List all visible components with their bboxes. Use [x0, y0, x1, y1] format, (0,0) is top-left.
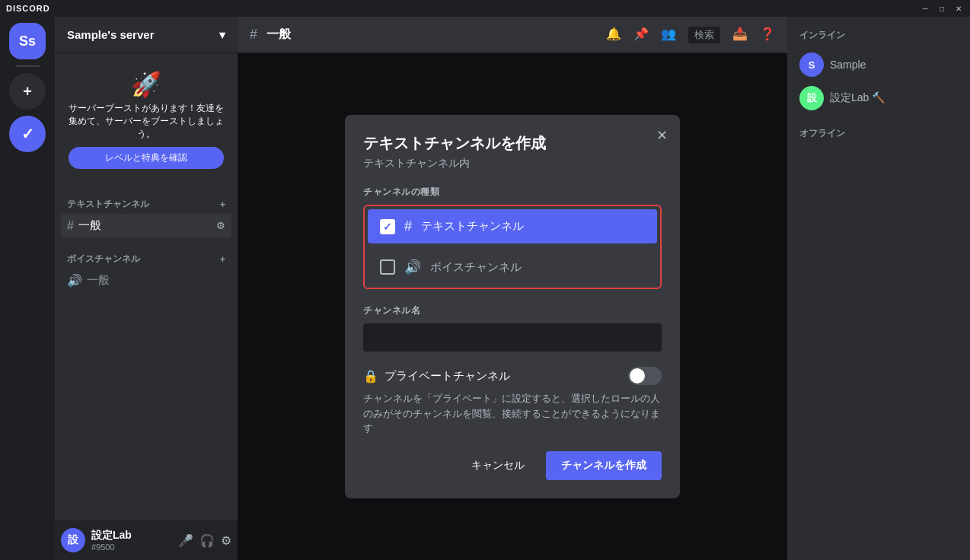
header-icons: 🔔 📌 👥 検索 📥 ❓ [606, 27, 775, 43]
private-toggle[interactable] [628, 367, 662, 385]
notification-icon[interactable]: 🔔 [606, 27, 621, 43]
text-channels-header: テキストチャンネル + [61, 198, 231, 211]
voice-icon: 🔊 [67, 273, 82, 288]
channel-name-ippan: 一般 [78, 218, 101, 233]
lock-icon: 🔒 [363, 369, 378, 383]
channel-hash-icon: # [250, 27, 257, 43]
member-avatar-settings: 設 [799, 86, 824, 110]
add-text-channel-button[interactable]: + [220, 199, 225, 210]
member-item-settings[interactable]: 設 設定Lab 🔨 [793, 81, 964, 115]
channel-item-ippan-text[interactable]: # 一般 ⚙ [61, 214, 231, 237]
channel-sidebar: Sample's server ▾ 🚀 サーバーブーストがあります！友達を集めて… [55, 17, 238, 560]
add-voice-channel-button[interactable]: + [220, 254, 225, 265]
close-button[interactable]: ✕ [953, 3, 964, 14]
settings-icon[interactable]: ⚙ [221, 533, 231, 548]
inbox-icon[interactable]: 📥 [732, 27, 748, 43]
server-sidebar: Ss + ✓ [0, 17, 55, 560]
title-bar: DISCORD ─ □ ✕ [0, 0, 970, 17]
main-body: ✕ テキストチャンネルを作成 テキストチャンネル内 チャンネルの種類 ✓ # [238, 53, 787, 560]
offline-section-title: オフライン [793, 127, 964, 140]
channel-type-options: ✓ # テキストチャンネル 🔊 ボイスチャンネル [363, 205, 662, 289]
headphone-icon[interactable]: 🎧 [199, 533, 215, 548]
app-title: DISCORD [6, 4, 50, 13]
boost-icon: 🚀 [69, 70, 224, 99]
server-dropdown-icon[interactable]: ▾ [219, 28, 225, 42]
voice-channel-option[interactable]: 🔊 ボイスチャンネル [368, 250, 657, 285]
member-name-settings: 設定Lab 🔨 [830, 91, 885, 105]
modal-subtitle: テキストチャンネル内 [363, 157, 662, 170]
channel-type-label: チャンネルの種類 [363, 186, 662, 199]
user-name: 設定Lab [91, 529, 172, 542]
main-header: # 一般 🔔 📌 👥 検索 📥 ❓ [238, 17, 787, 53]
channel-settings-icon[interactable]: ⚙ [216, 220, 225, 231]
member-item-sample[interactable]: S Sample [793, 48, 964, 81]
text-channels-section: テキストチャンネル + # 一般 ⚙ [55, 186, 238, 240]
text-channel-checkbox: ✓ [380, 219, 395, 234]
pin-icon[interactable]: 📌 [633, 27, 649, 43]
members-icon[interactable]: 👥 [661, 27, 676, 43]
user-info: 設定Lab #9500 [91, 529, 172, 552]
text-channel-label: テキストチャンネル [421, 219, 524, 234]
window-controls: ─ □ ✕ [920, 3, 964, 14]
channel-name-input[interactable] [363, 323, 662, 352]
channel-name-voice-ippan: 一般 [87, 273, 110, 288]
right-sidebar: インライン S Sample 設 設定Lab 🔨 オフライン [787, 17, 970, 560]
user-tag: #9500 [91, 542, 172, 552]
create-button[interactable]: チャンネルを作成 [546, 451, 662, 480]
voice-channel-checkbox [380, 259, 395, 275]
modal-title: テキストチャンネルを作成 [363, 133, 662, 154]
hash-icon: # [67, 219, 74, 233]
channel-item-ippan-voice[interactable]: 🔊 一般 [61, 269, 231, 292]
help-icon[interactable]: ❓ [760, 27, 775, 43]
main-content: # 一般 🔔 📌 👥 検索 📥 ❓ ✕ テキストチャンネルを作成 テキストチャン… [238, 17, 787, 560]
channel-name-section: チャンネル名 [363, 304, 662, 352]
voice-channels-label: ボイスチャンネル [67, 253, 140, 266]
modal-overlay[interactable]: ✕ テキストチャンネルを作成 テキストチャンネル内 チャンネルの種類 ✓ # [238, 53, 787, 560]
add-server-button[interactable]: + [9, 73, 46, 110]
private-channel-row: 🔒 プライベートチャンネル [363, 367, 662, 385]
maximize-button[interactable]: □ [936, 3, 947, 14]
checkbox-check: ✓ [383, 221, 392, 233]
mic-icon[interactable]: 🎤 [178, 533, 193, 548]
server-divider [15, 65, 40, 67]
boost-button[interactable]: レベルと特典を確認 [69, 147, 224, 169]
minimize-button[interactable]: ─ [920, 3, 930, 14]
channel-name-label: チャンネル名 [363, 304, 662, 317]
app-container: Ss + ✓ Sample's server ▾ 🚀 サーバーブーストがあります… [0, 17, 970, 560]
cancel-button[interactable]: キャンセル [459, 453, 537, 479]
boost-banner: 🚀 サーバーブーストがあります！友達を集めて、サーバーをブーストしましょう。 レ… [61, 62, 231, 177]
server-icon-explore[interactable]: ✓ [9, 116, 46, 152]
toggle-knob [630, 368, 645, 383]
voice-channel-label: ボイスチャンネル [430, 260, 522, 275]
modal-close-button[interactable]: ✕ [656, 127, 668, 144]
text-channel-option[interactable]: ✓ # テキストチャンネル [368, 209, 657, 243]
create-channel-modal: ✕ テキストチャンネルを作成 テキストチャンネル内 チャンネルの種類 ✓ # [345, 115, 680, 498]
channel-name-header: 一般 [266, 27, 291, 43]
private-channel-label: プライベートチャンネル [384, 369, 622, 383]
server-name: Sample's server [67, 28, 154, 41]
member-avatar-sample: S [799, 52, 824, 77]
voice-channels-section: ボイスチャンネル + 🔊 一般 [55, 240, 238, 295]
user-avatar: 設 [61, 528, 85, 552]
user-panel: 設 設定Lab #9500 🎤 🎧 ⚙ [55, 520, 238, 560]
server-icon-sample[interactable]: Ss [9, 23, 46, 59]
private-channel-description: チャンネルを「プライベート」に設定すると、選択したロールの人のみがそのチャンネル… [363, 391, 662, 436]
voice-channels-header: ボイスチャンネル + [61, 253, 231, 266]
channel-header[interactable]: Sample's server ▾ [55, 17, 238, 53]
text-channel-icon: # [404, 218, 412, 234]
text-channels-label: テキストチャンネル [67, 198, 149, 211]
boost-text: サーバーブーストがあります！友達を集めて、サーバーをブーストしましょう。 [69, 102, 224, 141]
search-input[interactable]: 検索 [688, 27, 720, 43]
modal-footer: キャンセル チャンネルを作成 [363, 451, 662, 480]
voice-channel-icon: 🔊 [404, 259, 421, 275]
member-name-sample: Sample [830, 59, 866, 71]
online-section-title: インライン [793, 29, 964, 42]
